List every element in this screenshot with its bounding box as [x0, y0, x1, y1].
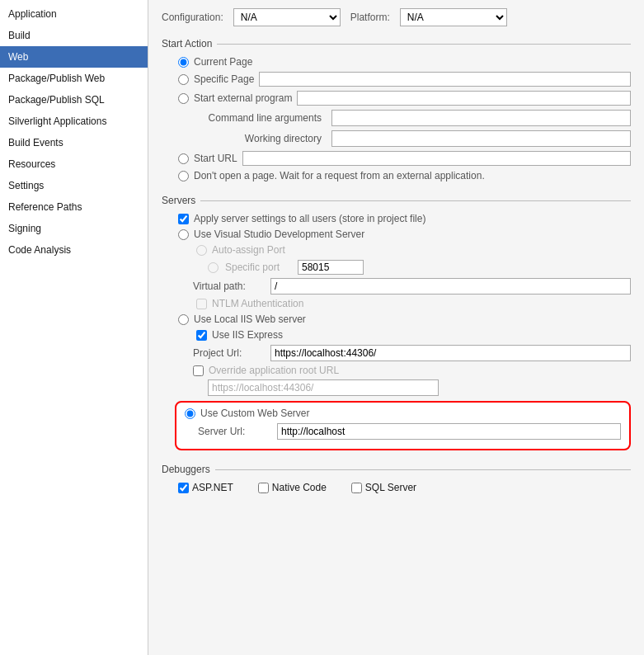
working-dir-row: Working directory: [162, 130, 631, 147]
apply-server-checkbox[interactable]: [178, 214, 189, 224]
auto-assign-option[interactable]: Auto-assign Port: [162, 244, 631, 256]
debuggers-title: Debuggers: [162, 464, 631, 475]
use-iis-express-checkbox[interactable]: [196, 330, 207, 341]
start-url-label: Start URL: [194, 153, 237, 164]
override-app-root-row[interactable]: Override application root URL: [162, 365, 631, 376]
servers-title: Servers: [162, 195, 631, 206]
command-line-label: Command line arguments: [178, 112, 327, 124]
ntlm-option[interactable]: NTLM Authentication: [162, 298, 631, 309]
platform-select[interactable]: N/A: [400, 8, 507, 26]
sidebar-item-build[interactable]: Build: [0, 25, 148, 46]
sidebar-item-web[interactable]: Web: [0, 46, 148, 68]
sql-label: SQL Server: [365, 482, 416, 493]
start-external-label: Start external program: [194, 92, 292, 104]
use-local-iis-label: Use Local IIS Web server: [194, 313, 306, 325]
virtual-path-input[interactable]: [270, 278, 631, 295]
specific-port-row: Specific port: [162, 260, 631, 275]
apply-server-label: Apply server settings to all users (stor…: [194, 213, 425, 224]
specific-port-input[interactable]: [298, 260, 364, 275]
start-url-option[interactable]: Start URL: [162, 151, 631, 166]
debuggers-section: Debuggers ASP.NET Native Code SQL Server: [162, 464, 631, 493]
virtual-path-label: Virtual path:: [193, 280, 264, 292]
sidebar-item-silverlight[interactable]: Silverlight Applications: [0, 111, 148, 132]
specific-page-input[interactable]: [259, 72, 631, 87]
start-action-title: Start Action: [162, 38, 631, 49]
override-url-row: [162, 379, 631, 396]
custom-web-server-box: Use Custom Web Server Server Url:: [175, 401, 631, 450]
sidebar-item-reference-paths[interactable]: Reference Paths: [0, 196, 148, 218]
dont-open-label: Don't open a page. Wait for a request fr…: [194, 170, 485, 181]
command-line-row: Command line arguments: [162, 110, 631, 126]
override-url-input[interactable]: [208, 379, 439, 396]
start-external-option[interactable]: Start external program: [162, 91, 631, 106]
debuggers-row: ASP.NET Native Code SQL Server: [162, 482, 631, 493]
auto-assign-radio[interactable]: [196, 245, 207, 256]
dont-open-radio[interactable]: [178, 171, 189, 181]
sidebar-item-resources[interactable]: Resources: [0, 153, 148, 175]
sql-checkbox[interactable]: [351, 483, 362, 493]
project-url-label: Project Url:: [193, 347, 264, 359]
sidebar-item-package-sql[interactable]: Package/Publish SQL: [0, 89, 148, 111]
server-url-label: Server Url:: [198, 426, 272, 437]
platform-label: Platform:: [350, 12, 390, 23]
start-action-section: Start Action Current Page Specific Page …: [162, 38, 631, 181]
specific-page-radio[interactable]: [178, 74, 189, 85]
apply-server-option[interactable]: Apply server settings to all users (stor…: [162, 213, 631, 224]
use-vs-dev-label: Use Visual Studio Development Server: [194, 229, 364, 240]
start-external-radio[interactable]: [178, 93, 189, 104]
aspnet-label: ASP.NET: [192, 482, 233, 493]
use-custom-radio[interactable]: [185, 408, 195, 419]
project-url-row: Project Url:: [162, 345, 631, 361]
native-label: Native Code: [272, 482, 327, 493]
working-dir-label: Working directory: [178, 133, 327, 144]
use-custom-label: Use Custom Web Server: [200, 408, 310, 419]
working-dir-input[interactable]: [331, 130, 631, 147]
override-label: Override application root URL: [209, 365, 339, 376]
sql-debug-item[interactable]: SQL Server: [351, 482, 416, 493]
use-local-iis-option[interactable]: Use Local IIS Web server: [162, 313, 631, 325]
current-page-option[interactable]: Current Page: [162, 56, 631, 68]
use-vs-dev-radio[interactable]: [178, 229, 189, 240]
use-local-iis-radio[interactable]: [178, 314, 189, 325]
sidebar-item-package-web[interactable]: Package/Publish Web: [0, 68, 148, 89]
use-iis-express-label: Use IIS Express: [212, 329, 283, 341]
sidebar-item-build-events[interactable]: Build Events: [0, 132, 148, 153]
sidebar-item-settings[interactable]: Settings: [0, 175, 148, 196]
override-checkbox[interactable]: [193, 365, 204, 376]
server-url-row: Server Url:: [185, 423, 621, 440]
aspnet-debug-item[interactable]: ASP.NET: [178, 482, 233, 493]
project-url-input[interactable]: [270, 345, 631, 361]
current-page-radio[interactable]: [178, 57, 189, 68]
use-iis-express-option[interactable]: Use IIS Express: [162, 329, 631, 341]
native-debug-item[interactable]: Native Code: [258, 482, 327, 493]
sidebar-item-code-analysis[interactable]: Code Analysis: [0, 239, 148, 261]
specific-page-label: Specific Page: [194, 73, 254, 85]
config-bar: Configuration: N/A Platform: N/A: [162, 8, 631, 26]
start-url-radio[interactable]: [178, 153, 189, 164]
start-external-input[interactable]: [297, 91, 631, 106]
current-page-label: Current Page: [194, 56, 252, 68]
command-line-input[interactable]: [331, 110, 631, 126]
ntlm-label: NTLM Authentication: [212, 298, 303, 309]
start-url-input[interactable]: [242, 151, 631, 166]
use-custom-option[interactable]: Use Custom Web Server: [185, 408, 621, 419]
specific-page-option[interactable]: Specific Page: [162, 72, 631, 87]
dont-open-option[interactable]: Don't open a page. Wait for a request fr…: [162, 170, 631, 181]
configuration-select[interactable]: N/A: [233, 8, 341, 26]
virtual-path-row: Virtual path:: [162, 278, 631, 295]
ntlm-checkbox[interactable]: [196, 299, 207, 309]
main-content: Configuration: N/A Platform: N/A Start A…: [148, 0, 644, 655]
native-checkbox[interactable]: [258, 483, 269, 493]
sidebar: Application Build Web Package/Publish We…: [0, 0, 148, 655]
configuration-label: Configuration:: [162, 12, 223, 23]
use-vs-dev-option[interactable]: Use Visual Studio Development Server: [162, 229, 631, 240]
auto-assign-label: Auto-assign Port: [212, 244, 285, 256]
sidebar-item-signing[interactable]: Signing: [0, 218, 148, 239]
server-url-input[interactable]: [277, 423, 621, 440]
specific-port-label: Specific port: [225, 262, 291, 273]
aspnet-checkbox[interactable]: [178, 483, 189, 493]
sidebar-item-application[interactable]: Application: [0, 3, 148, 25]
specific-port-radio[interactable]: [208, 262, 219, 273]
servers-section: Servers Apply server settings to all use…: [162, 195, 631, 450]
